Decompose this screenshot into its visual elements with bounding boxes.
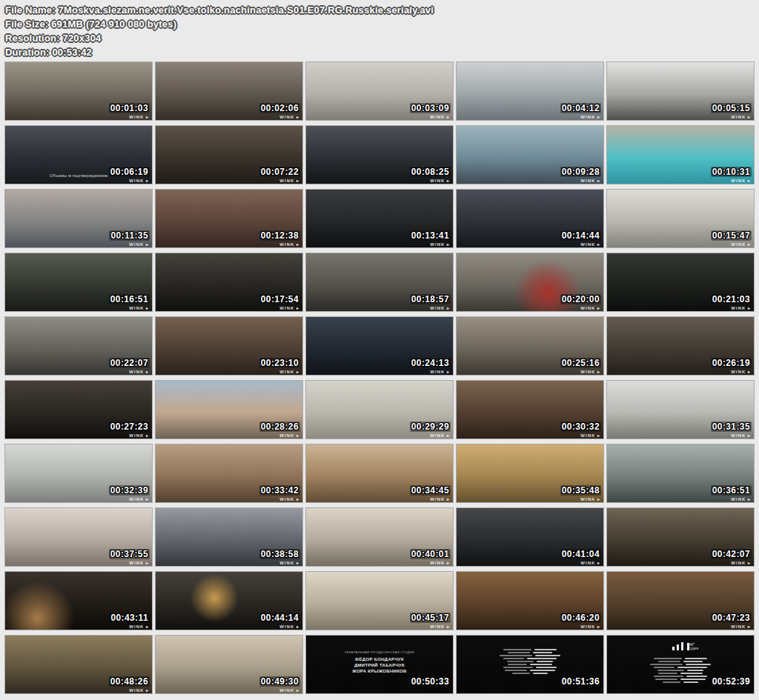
credit-name-text bbox=[535, 655, 560, 656]
credits-fine-print-row bbox=[658, 661, 703, 662]
wink-watermark: wink ▸ bbox=[731, 241, 751, 247]
timestamp-label: 00:16:51 bbox=[109, 294, 150, 304]
thumbnail-frame: 00:44:14wink ▸ bbox=[156, 572, 302, 630]
timestamp-label: 00:34:45 bbox=[410, 485, 451, 496]
wink-watermark: wink ▸ bbox=[279, 624, 299, 629]
credit-role-text bbox=[654, 658, 682, 659]
credits-fine-print-row bbox=[650, 664, 711, 665]
credits-name: ФЁДОР БОНДАРЧУК bbox=[355, 656, 404, 662]
wink-watermark: wink ▸ bbox=[129, 305, 149, 310]
wink-watermark: wink ▸ bbox=[279, 305, 299, 310]
thumbnail-frame: 00:28:26wink ▸ bbox=[156, 381, 302, 439]
timestamp-label: 00:29:29 bbox=[410, 421, 451, 432]
credit-name-text bbox=[536, 667, 557, 668]
duration-line: Duration: 00:53:42 bbox=[5, 45, 759, 59]
wink-watermark: wink ▸ bbox=[279, 114, 299, 119]
timestamp-label: 00:36:51 bbox=[711, 485, 752, 496]
wink-watermark: wink ▸ bbox=[580, 178, 600, 183]
timestamp-label: 00:07:22 bbox=[259, 167, 300, 177]
credits-fine-print-row bbox=[503, 658, 557, 659]
timestamp-label: 00:27:23 bbox=[109, 421, 150, 432]
timestamp-label: 00:46:20 bbox=[560, 613, 601, 623]
credit-name-text bbox=[683, 661, 703, 662]
wink-watermark: wink ▸ bbox=[129, 687, 149, 693]
timestamp-label: 00:13:41 bbox=[410, 230, 451, 241]
credit-name-text bbox=[530, 670, 555, 671]
logo-bar bbox=[677, 644, 679, 650]
timestamp-label: 00:21:03 bbox=[711, 294, 752, 304]
wink-watermark: wink ▸ bbox=[279, 496, 299, 501]
thumbnail-frame: 00:48:26wink ▸ bbox=[5, 636, 152, 693]
nmg-studio-logo: НМГ студия bbox=[607, 642, 754, 650]
timestamp-label: 00:28:26 bbox=[259, 421, 300, 432]
thumbnail-frame: 00:03:09wink ▸ bbox=[306, 62, 453, 120]
credits-fine-print-row bbox=[657, 670, 703, 671]
credits-fine-print-row bbox=[654, 676, 707, 677]
wink-watermark: wink ▸ bbox=[129, 624, 149, 629]
wink-watermark: wink ▸ bbox=[731, 369, 751, 374]
timestamp-label: 00:01:03 bbox=[109, 103, 150, 113]
credits-fine-print-row bbox=[655, 679, 706, 680]
credits-fine-print-row bbox=[512, 673, 548, 674]
wink-watermark: wink ▸ bbox=[580, 433, 600, 438]
wink-watermark: wink ▸ bbox=[731, 496, 751, 501]
wink-watermark: wink ▸ bbox=[731, 305, 751, 310]
thumbnail-frame: 00:02:06wink ▸ bbox=[156, 62, 302, 120]
thumbnail-frame: 00:07:22wink ▸ bbox=[156, 126, 302, 184]
credit-role-text bbox=[650, 664, 683, 665]
wink-watermark: wink ▸ bbox=[430, 624, 450, 629]
wink-watermark: wink ▸ bbox=[580, 560, 600, 565]
wink-watermark: wink ▸ bbox=[129, 241, 149, 247]
timestamp-label: 00:23:10 bbox=[259, 358, 300, 368]
credits-fine-print-row bbox=[503, 667, 557, 668]
timestamp-label: 00:04:12 bbox=[560, 103, 601, 113]
timestamp-label: 00:12:38 bbox=[259, 230, 300, 241]
wink-watermark: wink ▸ bbox=[129, 433, 149, 438]
thumbnail-frame: 00:01:03wink ▸ bbox=[5, 62, 152, 120]
credit-name-text bbox=[685, 658, 707, 659]
credits-fine-print-row bbox=[658, 673, 703, 674]
credit-role-text bbox=[503, 649, 531, 650]
wink-watermark: wink ▸ bbox=[580, 496, 600, 501]
thumbnail-frame: 00:35:48wink ▸ bbox=[457, 444, 603, 502]
credit-role-text bbox=[657, 670, 684, 671]
credit-name-text bbox=[534, 649, 557, 650]
wink-watermark: wink ▸ bbox=[580, 114, 600, 119]
thumbnail-frame: 00:27:23wink ▸ bbox=[5, 381, 152, 439]
wink-watermark: wink ▸ bbox=[731, 433, 751, 438]
credit-name-text bbox=[533, 673, 548, 674]
thumbnail-frame: 00:34:45wink ▸ bbox=[306, 444, 453, 502]
credit-role-text bbox=[507, 661, 534, 662]
thumbnail-frame: 00:31:35wink ▸ bbox=[607, 381, 754, 439]
credit-role-text bbox=[508, 664, 527, 665]
thumbnail-frame: 00:16:51wink ▸ bbox=[5, 253, 152, 311]
thumbnail-frame: 00:22:07wink ▸ bbox=[5, 317, 152, 375]
wink-watermark: wink ▸ bbox=[430, 369, 450, 374]
timestamp-label: 00:08:25 bbox=[410, 167, 451, 177]
credit-name-text bbox=[677, 667, 707, 668]
file-name-line: File Name: 7Moskva.slezam.ne.verit.Vse.t… bbox=[5, 3, 759, 17]
wink-watermark: wink ▸ bbox=[430, 496, 450, 501]
credits-fine-print-row bbox=[500, 655, 560, 656]
wink-watermark: wink ▸ bbox=[580, 305, 600, 310]
timestamp-label: 00:05:15 bbox=[711, 103, 752, 113]
timestamp-label: 00:20:00 bbox=[560, 294, 601, 304]
wink-watermark: wink ▸ bbox=[731, 560, 751, 565]
timestamp-label: 00:43:11 bbox=[109, 613, 150, 623]
thumbnail-frame: 00:11:35wink ▸ bbox=[5, 190, 152, 247]
timestamp-label: 00:02:06 bbox=[259, 103, 300, 113]
credit-role-text bbox=[512, 673, 530, 674]
timestamp-label: 00:11:35 bbox=[109, 230, 150, 241]
timestamp-label: 00:48:26 bbox=[109, 676, 150, 687]
thumbnail-frame: 00:15:47wink ▸ bbox=[607, 190, 754, 247]
thumbnail-frame: 00:49:30wink ▸ bbox=[156, 636, 302, 693]
timestamp-label: 00:32:39 bbox=[109, 485, 150, 496]
credits-heading: ГЕНЕРАЛЬНАЯ ПРОДЮСЕРСКАЯ СТУДИЯ bbox=[345, 650, 414, 654]
thumbnail-frame: 00:14:44wink ▸ bbox=[457, 190, 603, 247]
wink-watermark: wink ▸ bbox=[129, 560, 149, 565]
timestamp-label: 00:42:07 bbox=[711, 549, 752, 559]
thumbnail-frame: Объемы м подтверждением00:06:19wink ▸ bbox=[5, 126, 152, 184]
credit-role-text bbox=[503, 667, 533, 668]
timestamp-label: 00:37:55 bbox=[109, 549, 150, 559]
thumbnail-frame: 00:40:01wink ▸ bbox=[306, 508, 453, 566]
